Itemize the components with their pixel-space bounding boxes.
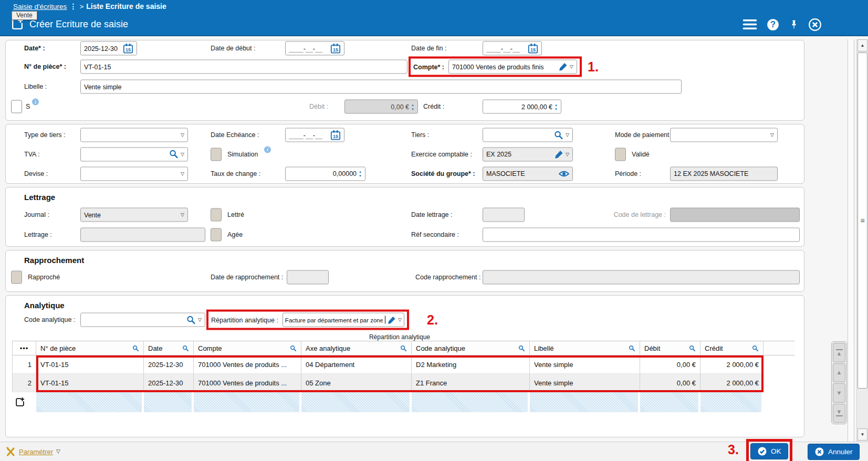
date-echeance-input[interactable]: ____-__-__ 15: [285, 128, 344, 142]
spinner-icon[interactable]: ▲▼: [359, 170, 362, 177]
panel-splitter[interactable]: [848, 39, 854, 442]
date-input[interactable]: 2025-12-30 15: [80, 41, 137, 56]
code-analytique-input[interactable]: ▽: [80, 313, 205, 327]
scrollbar-thumb[interactable]: ≡: [857, 53, 867, 389]
chevron-down-icon[interactable]: ▽: [56, 449, 60, 454]
filter-search-icon[interactable]: [132, 345, 139, 352]
calendar-icon[interactable]: 15: [123, 43, 133, 54]
chevron-down-icon[interactable]: ▽: [398, 318, 402, 322]
menu-icon[interactable]: [742, 19, 757, 30]
info-icon[interactable]: i: [32, 99, 39, 106]
simulation-checkbox[interactable]: [211, 148, 222, 161]
ok-button[interactable]: OK: [750, 443, 788, 459]
chevron-down-icon[interactable]: ▽: [770, 133, 774, 138]
help-icon[interactable]: ?: [766, 18, 780, 32]
tva-input[interactable]: ▽: [80, 147, 188, 161]
pin-icon[interactable]: [789, 18, 799, 31]
column-header[interactable]: Axe analytique: [301, 341, 412, 355]
new-row-placeholder[interactable]: [12, 392, 795, 412]
column-header[interactable]: Date: [144, 341, 194, 355]
table-row[interactable]: 2 VT-01-15 2025-12-30 701000 Ventes de p…: [12, 374, 795, 392]
s-checkbox[interactable]: [11, 100, 22, 113]
empty-cell[interactable]: [640, 392, 700, 412]
breadcrumb-menu-icon[interactable]: ⋮: [69, 2, 77, 11]
empty-cell[interactable]: [144, 392, 194, 412]
spinner-icon[interactable]: ▲▼: [555, 103, 558, 110]
close-icon[interactable]: [808, 18, 822, 32]
filter-search-icon[interactable]: [629, 345, 635, 352]
chevron-down-icon[interactable]: ▽: [198, 318, 202, 322]
empty-cell[interactable]: [412, 392, 530, 412]
scrollbar-up-arrow[interactable]: ▲: [857, 39, 867, 51]
valide-checkbox[interactable]: [615, 148, 626, 161]
journal-select[interactable]: Vente ▽: [80, 208, 188, 222]
parametrer-link[interactable]: Paramétrer: [19, 448, 53, 456]
tiers-input[interactable]: ▽: [483, 128, 573, 142]
search-icon[interactable]: [169, 150, 179, 159]
date-debut-input[interactable]: ____-__-__ 15: [285, 41, 344, 56]
empty-cell[interactable]: [36, 392, 144, 412]
devise-select[interactable]: ▽: [80, 166, 188, 181]
pencil-icon[interactable]: [559, 62, 568, 71]
mode-paiement-select[interactable]: ▽: [670, 128, 778, 142]
date-fin-input[interactable]: ____-__-__ 15: [483, 41, 542, 56]
chevron-down-icon[interactable]: ▽: [570, 65, 573, 69]
filter-search-icon[interactable]: [182, 345, 189, 352]
pencil-icon[interactable]: [388, 316, 396, 324]
chevron-down-icon[interactable]: ▽: [181, 152, 184, 156]
search-icon[interactable]: [186, 315, 196, 324]
chevron-down-icon[interactable]: ▽: [566, 152, 569, 156]
lettre-checkbox[interactable]: [211, 208, 222, 222]
filter-search-icon[interactable]: [752, 345, 759, 352]
search-icon[interactable]: [554, 130, 563, 140]
annuler-button[interactable]: Annuler: [808, 444, 860, 460]
calendar-icon[interactable]: 15: [528, 43, 538, 54]
scrollbar-down-arrow[interactable]: ▼: [857, 428, 867, 441]
filter-search-icon[interactable]: [400, 345, 407, 352]
column-header[interactable]: Libellé: [530, 341, 640, 355]
calendar-icon[interactable]: 15: [330, 130, 341, 140]
type-tiers-select[interactable]: ▽: [80, 128, 188, 142]
rapproche-checkbox[interactable]: [11, 271, 22, 284]
chevron-down-icon[interactable]: ▽: [566, 133, 569, 138]
libelle-input[interactable]: Vente simple: [80, 80, 682, 94]
taux-change-input[interactable]: 0,00000 ▲▼: [285, 166, 365, 181]
repartition-input[interactable]: Facture par département et par zone ▽: [283, 313, 404, 327]
page-scrollbar[interactable]: ▲ ≡ ▼: [856, 39, 868, 442]
chevron-down-icon[interactable]: ▽: [181, 133, 184, 138]
filter-search-icon[interactable]: [290, 345, 297, 352]
column-header[interactable]: N° de pièce: [36, 341, 144, 355]
empty-cell[interactable]: [530, 392, 640, 412]
credit-input[interactable]: 2 000,00 € ▲▼: [483, 100, 561, 114]
scroll-to-top-button[interactable]: ▲: [833, 343, 845, 362]
exercice-input[interactable]: EX 2025 ▽: [483, 147, 573, 161]
compte-input[interactable]: 701000 Ventes de produits finis ▽: [448, 60, 577, 74]
s-label: S: [26, 103, 30, 110]
column-header[interactable]: Compte: [194, 341, 301, 355]
chevron-down-icon[interactable]: ▽: [181, 213, 184, 217]
tools-icon[interactable]: [5, 446, 16, 457]
num-piece-input[interactable]: VT-01-15: [80, 60, 407, 74]
filter-search-icon[interactable]: [689, 345, 696, 352]
breadcrumb-link[interactable]: Saisie d'écritures: [13, 3, 67, 11]
info-icon[interactable]: i: [264, 146, 271, 153]
eye-icon[interactable]: [559, 170, 569, 177]
pencil-icon[interactable]: [555, 150, 563, 159]
column-header[interactable]: Crédit: [700, 341, 764, 355]
scroll-down-button[interactable]: ▼: [833, 383, 845, 403]
column-header[interactable]: Débit: [640, 341, 700, 355]
add-row-icon[interactable]: [15, 397, 25, 407]
empty-cell[interactable]: [301, 392, 412, 412]
chevron-down-icon[interactable]: ▽: [181, 171, 184, 176]
ref-secondaire-input[interactable]: [483, 228, 800, 242]
agee-checkbox[interactable]: [211, 228, 222, 242]
column-header[interactable]: Code analytique: [412, 341, 530, 355]
empty-cell[interactable]: [700, 392, 764, 412]
scroll-to-bottom-button[interactable]: ▼: [833, 404, 845, 423]
calendar-icon[interactable]: 15: [330, 43, 341, 54]
filter-search-icon[interactable]: [518, 345, 525, 352]
row-menu-header[interactable]: •••: [12, 341, 36, 355]
table-row[interactable]: 1 VT-01-15 2025-12-30 701000 Ventes de p…: [12, 355, 795, 374]
scroll-up-button[interactable]: ▲: [833, 363, 845, 383]
empty-cell[interactable]: [194, 392, 301, 412]
